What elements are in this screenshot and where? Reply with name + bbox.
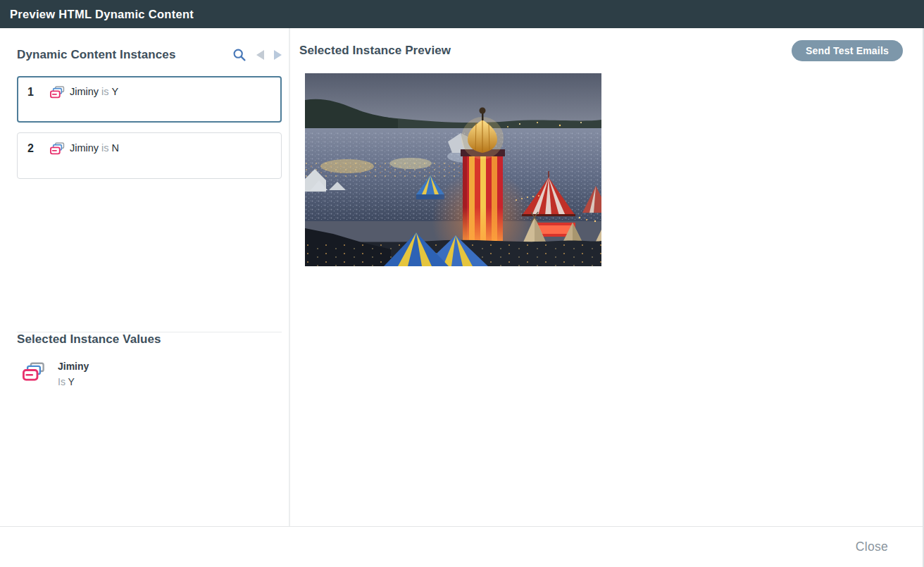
dialog-titlebar: Preview HTML Dynamic Content — [0, 0, 924, 28]
instance-operator: is — [101, 85, 108, 99]
preview-panel-title: Selected Instance Preview — [299, 44, 451, 58]
instances-toolbar — [232, 48, 282, 62]
values-field: Jiminy — [58, 361, 89, 373]
instance-card-2[interactable]: 2 Jiminy is N — [17, 132, 282, 179]
instance-number: 2 — [27, 142, 50, 155]
instance-number: 1 — [27, 85, 50, 99]
dynamic-content-cards-icon — [23, 362, 45, 382]
values-value: Y — [68, 376, 75, 387]
preview-dynamic-content-dialog: Preview HTML Dynamic Content Dynamic Con… — [0, 0, 924, 567]
dynamic-content-cards-icon — [50, 142, 65, 155]
dialog-footer: Close — [0, 526, 923, 567]
values-operator: Is — [58, 376, 65, 387]
instance-card-1[interactable]: 1 Jiminy is Y — [17, 76, 282, 123]
values-section-title: Selected Instance Values — [17, 332, 280, 347]
instance-operator: is — [101, 142, 108, 155]
send-test-emails-button[interactable]: Send Test Emails — [792, 40, 903, 61]
preview-image — [305, 73, 601, 266]
selected-instance-values: Jiminy Is Y — [23, 361, 280, 388]
instance-value: Y — [112, 85, 119, 99]
dialog-title: Preview HTML Dynamic Content — [10, 8, 194, 21]
preview-panel: Selected Instance Preview Send Test Emai… — [290, 28, 923, 526]
dialog-body: Dynamic Content Instances 1 Jim — [0, 28, 924, 567]
next-instance-icon[interactable] — [274, 50, 282, 60]
instances-panel-title: Dynamic Content Instances — [17, 48, 175, 62]
instances-panel: Dynamic Content Instances 1 Jim — [0, 28, 290, 526]
previous-instance-icon[interactable] — [256, 50, 264, 60]
search-icon[interactable] — [232, 48, 246, 62]
instance-field: Jiminy — [70, 142, 99, 155]
instance-value: N — [112, 142, 119, 155]
dynamic-content-cards-icon — [50, 86, 65, 99]
close-button[interactable]: Close — [854, 537, 889, 557]
instance-field: Jiminy — [70, 85, 99, 99]
